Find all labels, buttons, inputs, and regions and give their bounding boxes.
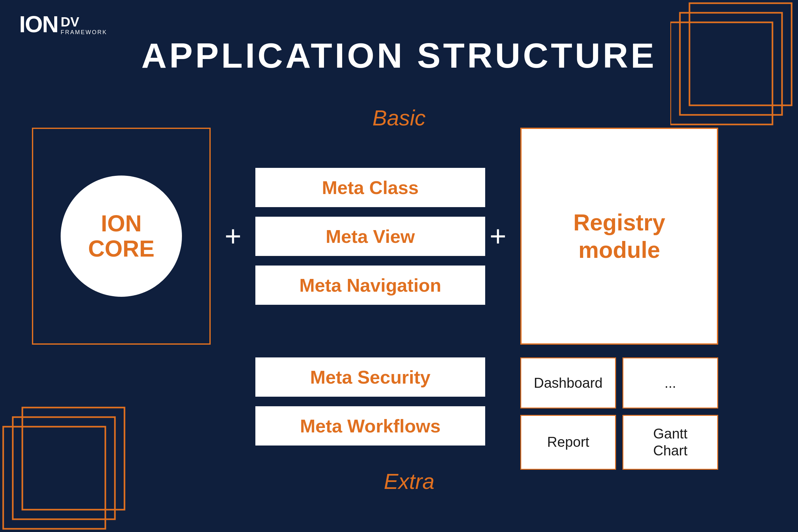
logo-framework: FRAMEWORK	[61, 30, 107, 35]
meta-security-label: Meta Security	[310, 366, 430, 388]
meta-navigation-label: Meta Navigation	[299, 274, 441, 296]
report-tile: Report	[520, 415, 616, 470]
meta-class-label: Meta Class	[322, 177, 418, 198]
logo: ION DV FRAMEWORK	[19, 13, 107, 36]
ellipsis-tile: ...	[623, 357, 718, 408]
ion-core-circle: IONCORE	[61, 175, 182, 297]
registry-section: Registrymodule	[520, 128, 718, 345]
gantt-chart-label: GanttChart	[653, 425, 687, 459]
meta-view-label: Meta View	[326, 226, 415, 247]
ion-core-text: IONCORE	[88, 211, 154, 261]
dashboard-tile: Dashboard	[520, 357, 616, 408]
meta-workflows-label: Meta Workflows	[300, 415, 440, 437]
plus-sign-right: +	[482, 128, 514, 345]
page-title: APPLICATION STRUCTURE	[0, 35, 798, 76]
report-label: Report	[547, 434, 589, 451]
meta-extra-section: Meta Security Meta Workflows	[255, 357, 485, 445]
label-extra: Extra	[384, 469, 434, 494]
logo-ion: ION	[19, 13, 58, 36]
meta-security-item: Meta Security	[255, 357, 485, 397]
meta-basic-section: Meta Class Meta View Meta Navigation	[255, 128, 485, 345]
ellipsis-label: ...	[665, 375, 677, 392]
dashboard-label: Dashboard	[534, 375, 602, 392]
meta-workflows-item: Meta Workflows	[255, 406, 485, 445]
logo-dv: DV	[61, 15, 107, 29]
meta-view-item: Meta View	[255, 217, 485, 256]
registry-text: Registrymodule	[573, 209, 665, 264]
meta-navigation-item: Meta Navigation	[255, 266, 485, 305]
ion-core-section: IONCORE	[32, 128, 211, 345]
diagram: Basic IONCORE + Meta Class Meta View Met…	[32, 89, 766, 500]
plus-sign-left: +	[217, 128, 249, 345]
module-tiles: Dashboard ... Report GanttChart	[520, 357, 718, 470]
gantt-chart-tile: GanttChart	[623, 415, 718, 470]
meta-class-item: Meta Class	[255, 168, 485, 207]
label-basic: Basic	[373, 105, 425, 130]
